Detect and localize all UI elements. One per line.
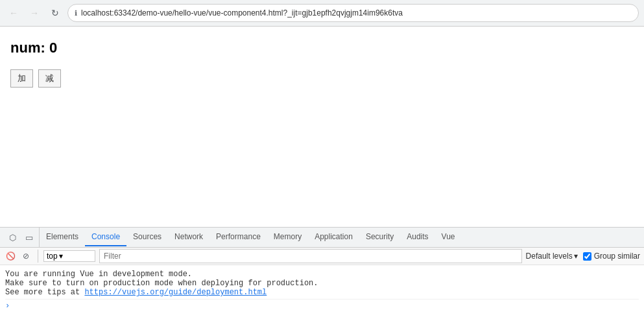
console-right-controls: Default levels ▾ Group similar: [526, 252, 640, 261]
console-line-3: See more tips at https://vuejs.org/guide…: [5, 288, 639, 297]
console-icon-group: 🚫 ⊘: [4, 250, 38, 263]
toggle-console-button[interactable]: ⊘: [19, 250, 32, 263]
console-prompt: ›: [5, 300, 639, 312]
console-toolbar: 🚫 ⊘ top ▾ Default levels ▾ Group similar: [0, 248, 644, 265]
stop-icon: ⊘: [23, 252, 29, 261]
url-input[interactable]: [81, 8, 632, 18]
tab-performance[interactable]: Performance: [209, 228, 267, 246]
group-similar-checkbox[interactable]: [583, 252, 591, 261]
device-toolbar-button[interactable]: ▭: [22, 230, 36, 244]
btn-group: 加 减: [10, 69, 634, 88]
context-selector[interactable]: top ▾: [43, 250, 95, 262]
context-label: top: [47, 252, 58, 261]
default-levels-arrow-icon: ▾: [574, 252, 578, 261]
num-display: num: 0: [10, 40, 634, 56]
default-levels-dropdown[interactable]: Default levels ▾: [526, 252, 578, 261]
tab-memory[interactable]: Memory: [267, 228, 308, 246]
console-message: You are running Vue in development mode.…: [5, 268, 639, 300]
devtools-icon-group: ⬡ ▭: [3, 228, 40, 247]
refresh-icon: ↻: [51, 8, 59, 18]
devtools-panel: ⬡ ▭ Elements Console Sources Network Per…: [0, 227, 644, 330]
filter-input[interactable]: [99, 249, 522, 263]
clear-icon: 🚫: [6, 252, 16, 261]
devtools-tabs: ⬡ ▭ Elements Console Sources Network Per…: [0, 228, 644, 248]
default-levels-label: Default levels: [526, 252, 573, 261]
clear-console-button[interactable]: 🚫: [4, 250, 17, 263]
group-similar-text: Group similar: [594, 252, 640, 261]
add-button[interactable]: 加: [10, 69, 33, 88]
browser-toolbar: ← → ↻ ℹ: [0, 0, 644, 26]
back-button[interactable]: ←: [5, 5, 22, 21]
back-icon: ←: [9, 8, 18, 18]
page-content: num: 0 加 减: [0, 27, 644, 143]
lock-icon: ℹ: [75, 9, 77, 18]
forward-icon: →: [30, 8, 39, 18]
console-line-1: You are running Vue in development mode.: [5, 270, 639, 279]
address-bar[interactable]: ℹ: [67, 4, 639, 22]
browser-chrome: ← → ↻ ℹ: [0, 0, 644, 27]
console-line-2: Make sure to turn on production mode whe…: [5, 279, 639, 288]
tab-elements[interactable]: Elements: [40, 228, 85, 246]
tab-console[interactable]: Console: [85, 228, 126, 246]
inspect-element-button[interactable]: ⬡: [5, 230, 19, 244]
console-output: You are running Vue in development mode.…: [0, 265, 644, 330]
num-label: num: 0: [10, 40, 57, 56]
refresh-button[interactable]: ↻: [47, 5, 64, 21]
console-line-3-prefix: See more tips at: [5, 288, 84, 297]
dropdown-arrow-icon: ▾: [59, 252, 63, 261]
forward-button[interactable]: →: [26, 5, 43, 21]
tab-security[interactable]: Security: [359, 228, 400, 246]
device-icon: ▭: [25, 233, 33, 242]
tab-application[interactable]: Application: [308, 228, 359, 246]
prompt-arrow-icon: ›: [5, 301, 10, 311]
cursor-icon: ⬡: [9, 233, 16, 242]
console-link[interactable]: https://vuejs.org/guide/deployment.html: [84, 288, 267, 297]
tab-network[interactable]: Network: [168, 228, 209, 246]
sub-button[interactable]: 减: [38, 69, 61, 88]
tab-list: Elements Console Sources Network Perform…: [40, 228, 462, 246]
group-similar-label[interactable]: Group similar: [583, 252, 640, 261]
tab-audits[interactable]: Audits: [400, 228, 435, 246]
tab-vue[interactable]: Vue: [435, 228, 462, 246]
tab-sources[interactable]: Sources: [126, 228, 168, 246]
